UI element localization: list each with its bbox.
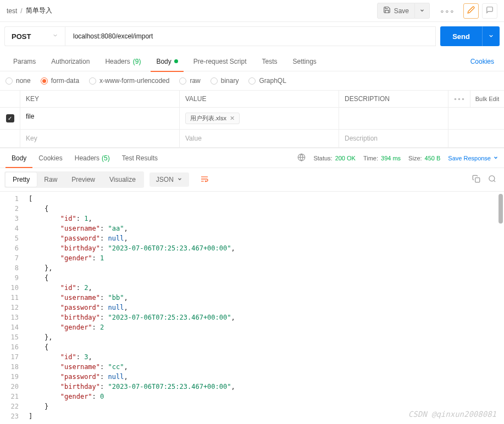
method-select[interactable]: POST: [4, 26, 65, 46]
chevron-down-icon: [488, 32, 494, 41]
save-dropdown[interactable]: [415, 3, 430, 19]
dots-icon: ∘∘∘: [440, 7, 455, 15]
value-cell[interactable]: 用户列表.xlsx ✕: [179, 108, 339, 129]
save-response-button[interactable]: Save Response: [448, 155, 499, 161]
key-input[interactable]: Key: [20, 130, 179, 147]
key-cell[interactable]: file: [20, 108, 179, 129]
copy-button[interactable]: [469, 171, 484, 188]
value-input[interactable]: Value: [179, 130, 339, 147]
breadcrumb-request-name: 简单导入: [26, 6, 52, 15]
wrap-icon: [200, 177, 209, 185]
table-row-empty: Key Value Description: [0, 130, 504, 148]
save-button[interactable]: Save: [377, 3, 415, 19]
network-icon[interactable]: [297, 153, 306, 163]
description-cell[interactable]: [339, 108, 448, 129]
table-row: ✓ file 用户列表.xlsx ✕: [0, 108, 504, 130]
file-chip: 用户列表.xlsx ✕: [185, 113, 240, 124]
file-name: 用户列表.xlsx: [190, 114, 226, 122]
search-button[interactable]: [485, 171, 500, 188]
send-dropdown[interactable]: [482, 26, 500, 46]
svg-point-5: [489, 176, 495, 181]
more-options-button[interactable]: ∘∘∘: [434, 3, 460, 19]
headers-count: (9): [133, 58, 141, 65]
save-icon: [383, 6, 391, 15]
indicator-dot-icon: [174, 59, 178, 63]
response-tab-body[interactable]: Body: [5, 148, 32, 168]
comment-button[interactable]: [482, 3, 497, 19]
chevron-down-icon: [493, 155, 499, 161]
radio-none[interactable]: none: [5, 77, 31, 85]
tab-headers[interactable]: Headers (9): [97, 52, 148, 71]
description-header: DESCRIPTION: [339, 91, 448, 107]
line-gutter: 1234567891011121314151617181920212223: [0, 192, 24, 423]
radio-graphql[interactable]: GraphQL: [248, 77, 286, 85]
description-input[interactable]: Description: [339, 130, 448, 147]
response-body-viewer[interactable]: 1234567891011121314151617181920212223 [ …: [0, 192, 504, 423]
scrollbar-thumb[interactable]: [499, 194, 503, 224]
radio-raw[interactable]: raw: [179, 77, 200, 85]
format-select[interactable]: JSON: [149, 172, 189, 187]
edit-button[interactable]: [463, 3, 479, 19]
remove-file-button[interactable]: ✕: [230, 115, 235, 122]
radio-icon: [248, 77, 256, 85]
save-label: Save: [394, 7, 409, 15]
breadcrumb: test / 简单导入: [7, 6, 52, 15]
response-tab-cookies[interactable]: Cookies: [32, 148, 68, 168]
breadcrumb-separator: /: [20, 7, 22, 15]
size-badge: Size:450 B: [408, 155, 440, 161]
checkbox[interactable]: ✓: [6, 114, 14, 122]
radio-icon: [179, 77, 186, 85]
bulk-edit-button[interactable]: Bulk Edit: [470, 91, 504, 107]
table-options-button[interactable]: ∘∘∘: [448, 91, 470, 107]
wrap-lines-button[interactable]: [196, 172, 213, 187]
chevron-down-icon: [419, 7, 425, 15]
breadcrumb-root[interactable]: test: [7, 7, 17, 15]
tab-settings[interactable]: Settings: [285, 52, 324, 71]
pencil-icon: [467, 6, 475, 15]
time-badge: Time:394 ms: [363, 155, 401, 161]
radio-binary[interactable]: binary: [211, 77, 239, 85]
radio-form-data[interactable]: form-data: [41, 77, 79, 85]
tab-params[interactable]: Params: [5, 52, 43, 71]
status-badge: Status:200 OK: [313, 155, 356, 161]
tab-prerequest[interactable]: Pre-request Script: [186, 52, 254, 71]
tab-body[interactable]: Body: [148, 52, 185, 71]
tab-tests[interactable]: Tests: [254, 52, 285, 71]
search-icon: [488, 177, 496, 185]
table-header-row: KEY VALUE DESCRIPTION ∘∘∘ Bulk Edit: [0, 91, 504, 108]
code-content: [ { "id": 1, "username": "aa", "password…: [24, 192, 504, 423]
value-header: VALUE: [179, 91, 339, 107]
response-tab-test-results[interactable]: Test Results: [116, 148, 164, 168]
comment-icon: [486, 6, 494, 15]
radio-icon: [89, 77, 96, 85]
method-text: POST: [12, 32, 52, 41]
viewer-tab-raw[interactable]: Raw: [37, 172, 64, 187]
viewer-tab-preview[interactable]: Preview: [64, 172, 102, 187]
viewer-tab-pretty[interactable]: Pretty: [5, 172, 37, 187]
radio-urlencoded[interactable]: x-www-form-urlencoded: [89, 77, 169, 85]
radio-icon: [41, 77, 48, 85]
response-tab-headers[interactable]: Headers (5): [69, 148, 116, 168]
key-header: KEY: [20, 91, 179, 107]
radio-icon: [211, 77, 218, 85]
copy-icon: [472, 177, 480, 185]
viewer-tab-visualize[interactable]: Visualize: [102, 172, 143, 187]
radio-icon: [5, 77, 13, 85]
tab-authorization[interactable]: Authorization: [43, 52, 97, 71]
svg-rect-4: [475, 178, 480, 182]
send-button[interactable]: Send: [440, 26, 482, 46]
response-headers-count: (5): [102, 154, 110, 162]
dots-icon: ∘∘∘: [453, 96, 465, 103]
chevron-down-icon: [52, 32, 58, 40]
cookies-link[interactable]: Cookies: [466, 58, 499, 65]
svg-line-6: [494, 180, 495, 182]
chevron-down-icon: [177, 176, 182, 183]
form-data-table: KEY VALUE DESCRIPTION ∘∘∘ Bulk Edit ✓ fi…: [0, 90, 504, 148]
url-input[interactable]: [65, 26, 436, 46]
